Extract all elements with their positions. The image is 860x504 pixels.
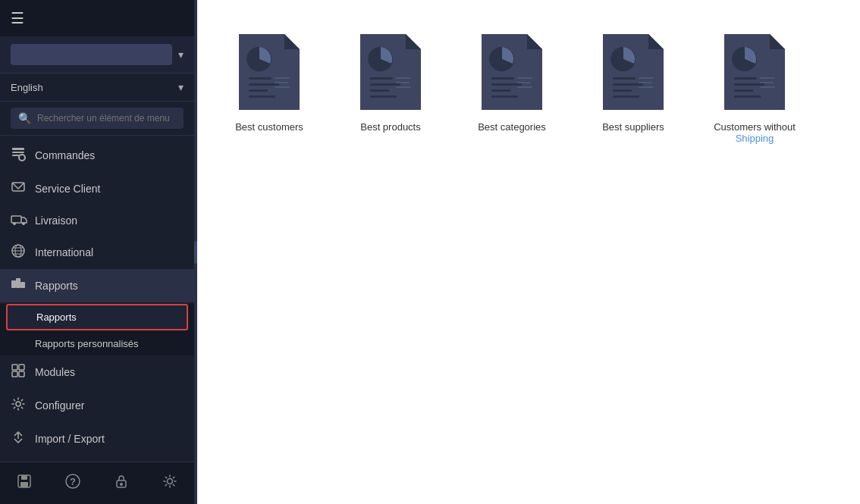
best-categories-label: Best categories bbox=[478, 121, 546, 133]
svg-rect-43 bbox=[370, 95, 397, 98]
svg-rect-25 bbox=[20, 482, 28, 487]
best-products-label: Best products bbox=[360, 121, 421, 133]
hamburger-icon[interactable]: ☰ bbox=[11, 9, 24, 27]
svg-rect-46 bbox=[396, 86, 411, 88]
submenu-rapports-personnalises[interactable]: Rapports personnalisés bbox=[0, 332, 194, 355]
sidebar-item-modules[interactable]: Modules bbox=[0, 355, 194, 389]
svg-rect-68 bbox=[760, 77, 775, 79]
sidebar-item-rapports[interactable]: Rapports bbox=[0, 269, 194, 302]
best-suppliers-icon bbox=[592, 30, 675, 114]
international-label: International bbox=[35, 246, 93, 258]
svg-rect-51 bbox=[491, 95, 518, 98]
sidebar-header: ☰ bbox=[0, 0, 194, 36]
submenu-rapports[interactable]: Rapports bbox=[6, 304, 188, 330]
svg-rect-15 bbox=[20, 282, 25, 288]
svg-rect-49 bbox=[491, 83, 522, 86]
customers-without-shipping-label: Customers without Shipping bbox=[705, 121, 804, 144]
best-customers-icon bbox=[228, 30, 311, 114]
commandes-label: Commandes bbox=[35, 149, 95, 161]
nav-menu: Commandes Service Client Livraison Inter… bbox=[0, 136, 194, 462]
report-card-best-suppliers[interactable]: Best suppliers bbox=[584, 30, 683, 144]
svg-rect-62 bbox=[639, 86, 654, 88]
svg-rect-40 bbox=[370, 77, 393, 80]
svg-rect-60 bbox=[639, 77, 654, 79]
sidebar-divider bbox=[194, 0, 197, 504]
language-label: English bbox=[11, 82, 43, 93]
search-input[interactable] bbox=[37, 113, 176, 124]
main-content: Best customers bbox=[197, 0, 860, 504]
svg-rect-16 bbox=[12, 365, 17, 370]
svg-rect-57 bbox=[613, 83, 643, 86]
svg-rect-50 bbox=[491, 89, 510, 92]
customers-without-label-link: Shipping bbox=[736, 133, 774, 144]
commandes-icon bbox=[11, 146, 26, 164]
svg-rect-54 bbox=[517, 86, 532, 88]
import-export-label: Import / Export bbox=[35, 433, 105, 445]
svg-rect-67 bbox=[734, 95, 761, 98]
report-card-best-categories[interactable]: Best categories bbox=[463, 30, 561, 144]
svg-rect-69 bbox=[760, 82, 774, 83]
best-products-icon bbox=[349, 30, 432, 114]
svg-rect-18 bbox=[12, 371, 17, 377]
svg-rect-52 bbox=[517, 77, 532, 79]
svg-rect-5 bbox=[11, 216, 21, 223]
svg-rect-45 bbox=[396, 82, 410, 83]
international-icon bbox=[11, 243, 26, 261]
svg-rect-70 bbox=[760, 86, 775, 88]
best-categories-icon bbox=[470, 30, 554, 114]
sidebar-item-import-export[interactable]: Import / Export bbox=[0, 422, 194, 455]
svg-rect-41 bbox=[370, 83, 400, 86]
best-customers-label: Best customers bbox=[235, 121, 303, 133]
svg-text:?: ? bbox=[70, 476, 76, 487]
store-selector[interactable]: ▾ bbox=[0, 36, 194, 74]
rapports-submenu: Rapports Rapports personnalisés bbox=[0, 304, 194, 355]
sidebar-item-commandes[interactable]: Commandes bbox=[0, 139, 194, 172]
report-card-best-customers[interactable]: Best customers bbox=[220, 30, 319, 144]
svg-rect-32 bbox=[249, 77, 271, 80]
svg-point-20 bbox=[16, 402, 20, 406]
sidebar-item-livraison[interactable]: Livraison bbox=[0, 205, 194, 236]
sidebar-item-outils[interactable]: Outils bbox=[0, 455, 194, 462]
svg-rect-58 bbox=[613, 89, 632, 92]
service-client-label: Service Client bbox=[35, 183, 100, 195]
svg-rect-35 bbox=[249, 95, 275, 98]
livraison-icon bbox=[11, 213, 26, 228]
service-client-icon bbox=[11, 180, 26, 198]
rapports-personnalises-label: Rapports personnalisés bbox=[35, 338, 139, 349]
rapports-icon bbox=[11, 277, 26, 295]
customers-without-shipping-icon bbox=[713, 30, 796, 114]
modules-label: Modules bbox=[35, 366, 75, 378]
svg-rect-24 bbox=[21, 475, 27, 480]
svg-rect-44 bbox=[396, 77, 411, 79]
save-icon[interactable] bbox=[10, 470, 39, 496]
svg-rect-48 bbox=[491, 77, 514, 80]
configurer-icon bbox=[11, 396, 26, 415]
svg-rect-64 bbox=[734, 77, 757, 80]
svg-rect-33 bbox=[249, 83, 279, 86]
sidebar-item-configurer[interactable]: Configurer bbox=[0, 389, 194, 422]
language-selector[interactable]: English ▾ bbox=[0, 74, 194, 102]
sidebar-item-service-client[interactable]: Service Client bbox=[0, 172, 194, 205]
report-card-best-products[interactable]: Best products bbox=[341, 30, 440, 144]
rapports-label: Rapports bbox=[35, 280, 78, 292]
svg-rect-42 bbox=[370, 89, 389, 92]
report-card-customers-without-shipping[interactable]: Customers without Shipping bbox=[705, 30, 804, 144]
svg-rect-19 bbox=[19, 371, 24, 377]
help-icon[interactable]: ? bbox=[58, 470, 87, 496]
svg-rect-59 bbox=[613, 95, 639, 98]
lock-icon[interactable] bbox=[107, 470, 136, 496]
svg-rect-0 bbox=[12, 148, 24, 150]
best-suppliers-label: Best suppliers bbox=[602, 121, 664, 133]
svg-point-7 bbox=[22, 222, 25, 225]
store-name bbox=[11, 44, 172, 65]
sidebar-item-international[interactable]: International bbox=[0, 236, 194, 269]
svg-rect-37 bbox=[275, 82, 288, 83]
search-icon: 🔍 bbox=[18, 112, 31, 124]
sidebar: ☰ ▾ English ▾ 🔍 Commandes Service bbox=[0, 0, 194, 504]
svg-rect-13 bbox=[11, 280, 16, 288]
settings-icon[interactable] bbox=[155, 470, 184, 496]
configurer-label: Configurer bbox=[35, 399, 84, 412]
svg-rect-1 bbox=[12, 152, 24, 153]
svg-point-29 bbox=[120, 483, 123, 486]
svg-point-3 bbox=[19, 155, 25, 161]
